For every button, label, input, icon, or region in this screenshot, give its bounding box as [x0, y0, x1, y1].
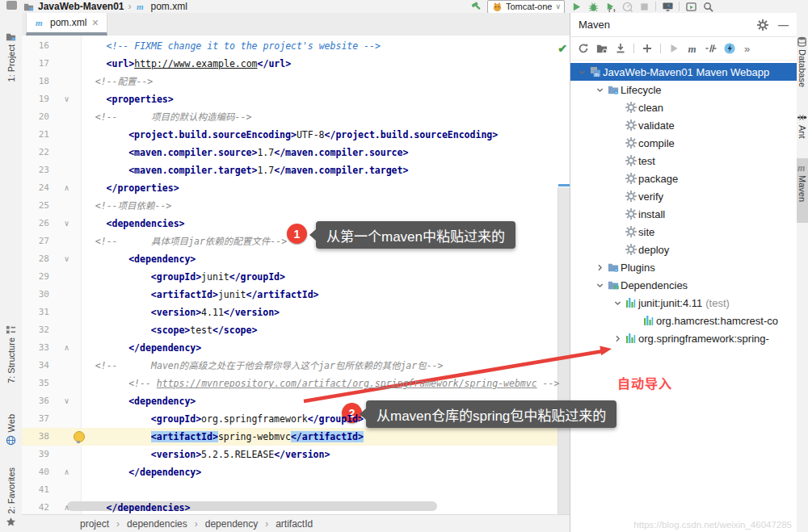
breadcrumb-item-project[interactable]: project — [80, 518, 109, 530]
code-editor[interactable]: 16<!-- FIXME change it to the project's … — [22, 36, 570, 514]
intention-bulb-icon[interactable] — [74, 431, 85, 442]
tree-open-arrow-icon[interactable] — [593, 281, 606, 290]
vertical-scrollbar[interactable] — [558, 187, 570, 514]
fold-marker[interactable]: ∨ — [49, 215, 84, 232]
code-line[interactable]: 42∧</dependencies> — [22, 499, 570, 514]
breadcrumb-item-dependencies[interactable]: dependencies — [127, 518, 187, 530]
run-icon[interactable] — [570, 1, 582, 12]
code-line[interactable]: 16<!-- FIXME change it to the project's … — [22, 37, 570, 55]
fold-marker[interactable]: ∧ — [49, 499, 84, 514]
code-line[interactable]: 35<!-- https://mvnrepository.com/artifac… — [22, 375, 570, 392]
code-line[interactable]: 33∧</dependency> — [22, 339, 570, 357]
maven-tree-node[interactable]: install — [570, 205, 797, 223]
goal-gear-icon — [624, 137, 638, 149]
code-token: <url> — [107, 58, 135, 69]
tree-open-arrow-icon[interactable] — [593, 86, 606, 94]
stop-icon[interactable] — [638, 1, 650, 12]
maven-tree-node[interactable]: clean — [570, 98, 797, 116]
maven-tree-node[interactable]: package — [570, 170, 797, 187]
auto-import-lightning-icon[interactable] — [724, 43, 735, 54]
inspections-ok-check-icon[interactable]: ✔ — [558, 42, 567, 55]
fold-marker[interactable]: ∨ — [49, 250, 84, 268]
maven-tree-node[interactable]: validate — [570, 116, 797, 134]
code-line[interactable]: 18<!--配置--> — [22, 73, 570, 90]
maven-tree-node[interactable]: Lifecycle — [570, 81, 797, 98]
maven-tree-node[interactable]: org.hamcrest:hamcrest-co — [570, 312, 797, 329]
fold-marker[interactable]: ∧ — [49, 179, 84, 197]
tool-tab-structure[interactable]: 7: Structure — [0, 324, 22, 404]
code-line[interactable]: 32<scope>test</scope> — [22, 321, 570, 339]
code-line[interactable]: 20<!-- 项目的默认构造编码--> — [22, 108, 570, 126]
maven-tree-node[interactable]: Dependencies — [570, 276, 797, 294]
tree-closed-arrow-icon[interactable] — [593, 263, 606, 272]
code-line[interactable]: 39<version>5.2.5.RELEASE</version> — [22, 446, 570, 463]
breadcrumb-project[interactable]: JavaWeb-Maven01 — [38, 1, 124, 12]
tool-tab-maven[interactable]: mMaven — [796, 158, 808, 223]
maven-tree-node[interactable]: Plugins — [570, 258, 797, 276]
search-icon[interactable] — [702, 1, 713, 12]
tool-tab-web[interactable]: Web — [0, 414, 22, 461]
code-line[interactable]: 30<artifactId>junit</artifactId> — [22, 286, 570, 304]
code-line[interactable]: 29<groupId>junit</groupId> — [22, 268, 570, 286]
run-disabled-icon[interactable] — [668, 43, 680, 54]
download-sources-icon[interactable] — [615, 43, 626, 54]
maven-tree-node[interactable]: compile — [570, 134, 797, 152]
monitor-icon[interactable] — [662, 1, 673, 12]
tree-open-arrow-icon[interactable] — [575, 68, 588, 77]
code-line[interactable]: 38<artifactId>spring-webmvc</artifactId> — [22, 428, 570, 446]
fold-marker[interactable]: ∨ — [49, 90, 84, 108]
tree-open-arrow-icon[interactable] — [611, 299, 624, 308]
code-line[interactable]: 40∧</dependency> — [22, 463, 570, 481]
run-anything-icon[interactable] — [685, 1, 696, 12]
maven-tree-node[interactable]: verify — [570, 187, 797, 205]
tool-tab-ant[interactable]: Ant — [796, 111, 808, 153]
hide-icon[interactable]: — — [778, 19, 789, 31]
close-icon[interactable]: ✕ — [91, 18, 99, 28]
code-line[interactable]: 28∨<dependency> — [22, 250, 570, 268]
goal-gear-icon — [624, 119, 638, 131]
breadcrumb-item-artifactId[interactable]: artifactId — [276, 518, 313, 530]
tab-pom-xml[interactable]: m pom.xml ✕ — [26, 13, 107, 36]
build-hammer-icon[interactable] — [470, 1, 482, 12]
generate-sources-icon[interactable] — [596, 43, 608, 54]
maven-tree-node[interactable]: junit:junit:4.11(test) — [570, 294, 797, 312]
maven-tree-node[interactable]: site — [570, 223, 797, 241]
breadcrumb-item-dependency[interactable]: dependency — [205, 518, 258, 530]
fold-marker[interactable]: ∧ — [49, 339, 84, 357]
run-config-select[interactable]: Tomcat-one ∨ — [487, 0, 565, 14]
breadcrumb-file[interactable]: pom.xml — [151, 1, 187, 12]
code-line[interactable]: 22<maven.compiler.source>1.7</maven.comp… — [22, 144, 570, 161]
tool-tab-project[interactable]: 1: Project — [0, 31, 22, 107]
more-icon[interactable]: » — [744, 43, 750, 55]
code-line[interactable]: 23<maven.compiler.target>1.7</maven.comp… — [22, 161, 570, 179]
code-line[interactable]: 19∨<properties> — [22, 90, 570, 108]
execute-goal-icon[interactable]: m — [687, 43, 698, 54]
gear-icon[interactable] — [757, 19, 768, 31]
code-line[interactable]: 21<project.build.sourceEncoding>UTF-8</p… — [22, 126, 570, 144]
code-line[interactable]: 34<!-- Maven的高级之处在于他会帮你导入这个jar包所依赖的其他jar… — [22, 357, 570, 375]
code-line[interactable]: 17<url>http://www.example.com</url> — [22, 55, 570, 73]
run-with-coverage-icon[interactable] — [604, 1, 616, 12]
profiler-icon[interactable] — [621, 1, 633, 12]
skip-tests-icon[interactable] — [705, 43, 717, 54]
toolbar-partial-icon[interactable] — [6, 1, 17, 10]
tool-tab-database[interactable]: Database — [796, 36, 808, 107]
debug-icon[interactable] — [587, 1, 599, 12]
maven-tree-node[interactable]: test — [570, 152, 797, 170]
fold-marker[interactable]: ∨ — [49, 392, 84, 410]
code-line[interactable]: 24∧</properties> — [22, 179, 570, 197]
code-line[interactable]: 25<!--项目依赖--> — [22, 197, 570, 215]
breadcrumb: JavaWeb-Maven01 › m pom.xml — [23, 1, 187, 12]
maven-tree-node[interactable]: deploy — [570, 241, 797, 258]
code-text: <!--配置--> — [84, 73, 153, 90]
tool-tab-favorites[interactable]: 2: Favorites — [0, 467, 22, 532]
code-line[interactable]: 41 — [22, 481, 570, 499]
maven-tree-node[interactable]: mJavaWeb-Maven01 Maven Webapp — [570, 63, 797, 81]
toolbar-separator — [660, 44, 661, 53]
tree-closed-arrow-icon[interactable] — [611, 334, 624, 343]
code-line[interactable]: 31<version>4.11</version> — [22, 304, 570, 321]
reimport-icon[interactable] — [578, 43, 589, 54]
maven-tree-node[interactable]: org.springframework:spring- — [570, 329, 797, 347]
add-icon[interactable] — [642, 43, 653, 54]
fold-marker[interactable]: ∧ — [49, 463, 84, 481]
